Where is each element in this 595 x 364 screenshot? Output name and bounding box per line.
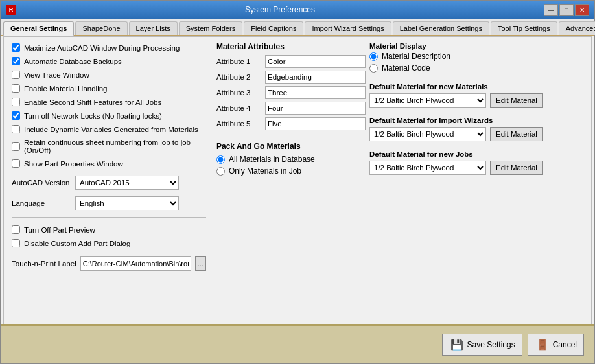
default-material-new-select[interactable]: 1/2 Baltic Birch Plywood: [369, 93, 486, 108]
maximize-button[interactable]: □: [559, 4, 574, 16]
checkbox-customdialog: Disable Custom Add Part Dialog: [12, 238, 206, 249]
touch-print-input[interactable]: [80, 256, 191, 271]
checkbox-customdialog-input[interactable]: [12, 239, 20, 247]
autocad-version-label: AutoCAD Version: [12, 179, 70, 187]
default-material-new-label: Default Material for new Materials: [369, 83, 583, 91]
content-area: Maximize AutoCAD Window During Processin…: [3, 36, 592, 324]
radio-code: Material Code: [369, 63, 583, 73]
attr-row-3: Attribute 3: [216, 86, 359, 99]
tab-tooltip[interactable]: Tool Tip Settings: [491, 21, 557, 35]
tab-label-generation[interactable]: Label Generation Settings: [393, 21, 489, 35]
checkbox-dynamicvars: Include Dynamic Variables Generated from…: [12, 124, 206, 135]
edit-material-import-button[interactable]: Edit Material: [490, 127, 543, 141]
cancel-label: Cancel: [553, 340, 577, 349]
bottom-bar: 💾 Save Settings 🚪 Cancel: [1, 324, 594, 363]
tab-bar: General Settings ShapeDone Layer Lists S…: [1, 19, 594, 36]
attr-input-5[interactable]: [265, 117, 366, 130]
language-row: Language English: [12, 196, 206, 210]
checkbox-autodb-label: Automatic Database Backups: [24, 58, 122, 65]
radio-only-materials-input[interactable]: [216, 167, 225, 176]
tab-field-captions[interactable]: Field Captions: [244, 21, 303, 35]
checkbox-sheetnumbering-input[interactable]: [12, 142, 20, 151]
default-material-jobs-select[interactable]: 1/2 Baltic Birch Plywood: [369, 161, 486, 175]
default-material-import-label: Default Material for Import Wizards: [369, 117, 583, 124]
checkbox-enablematerial-label: Enable Material Handling: [24, 85, 108, 93]
checkbox-sheetnumbering: Retain continuous sheet numbering from j…: [12, 137, 206, 155]
save-settings-button[interactable]: 💾 Save Settings: [442, 334, 522, 356]
edit-material-jobs-button[interactable]: Edit Material: [490, 161, 543, 175]
checkbox-autodb-input[interactable]: [12, 57, 20, 65]
checkbox-enablematerial-input[interactable]: [12, 84, 20, 93]
tab-import-wizard[interactable]: Import Wizard Settings: [305, 21, 391, 35]
attr-label-2: Attribute 2: [216, 73, 265, 81]
checkbox-networklocks-input[interactable]: [12, 111, 20, 120]
edit-material-new-button[interactable]: Edit Material: [490, 93, 543, 108]
default-material-import-row: 1/2 Baltic Birch Plywood Edit Material: [369, 127, 583, 141]
radio-all-materials-input[interactable]: [216, 155, 225, 164]
left-panel: Maximize AutoCAD Window During Processin…: [12, 42, 206, 319]
autocad-version-select[interactable]: AutoCAD 2015: [75, 176, 179, 190]
checkbox-viewtrace: View Trace Window: [12, 69, 206, 80]
language-label: Language: [12, 199, 70, 207]
attr-input-3[interactable]: [265, 86, 366, 99]
checkbox-secondshift-input[interactable]: [12, 98, 20, 106]
checkbox-partpreview-label: Turn Off Part Preview: [24, 226, 95, 234]
tab-system-folders[interactable]: System Folders: [179, 21, 242, 35]
checkbox-sheetnumbering-label: Retain continuous sheet numbering from j…: [24, 139, 206, 154]
tab-general-settings[interactable]: General Settings: [3, 21, 74, 36]
tab-shapedone[interactable]: ShapeDone: [75, 21, 127, 35]
cancel-button[interactable]: 🚪 Cancel: [528, 334, 584, 356]
checkbox-viewtrace-input[interactable]: [12, 71, 20, 79]
attr-label-1: Attribute 1: [216, 58, 265, 65]
window-title: System Preferences: [16, 5, 544, 14]
radio-code-label: Material Code: [382, 63, 430, 73]
material-display-title: Material Display: [369, 42, 583, 50]
checkbox-maximize-input[interactable]: [12, 43, 20, 52]
save-label: Save Settings: [467, 340, 515, 349]
material-display-section: Material Display Material Description Ma…: [369, 42, 583, 75]
checkbox-partpreview: Turn Off Part Preview: [12, 224, 206, 235]
attr-row-4: Attribute 4: [216, 102, 359, 115]
checkbox-dynamicvars-input[interactable]: [12, 125, 20, 133]
material-attributes-title: Material Attributes: [216, 42, 359, 51]
attr-label-3: Attribute 3: [216, 89, 265, 97]
checkbox-dynamicvars-label: Include Dynamic Variables Generated from…: [24, 126, 198, 133]
radio-code-input[interactable]: [369, 64, 378, 73]
touch-print-row: Touch-n-Print Label ...: [12, 256, 206, 271]
minimize-button[interactable]: —: [544, 4, 558, 16]
attr-row-1: Attribute 1: [216, 55, 359, 68]
tab-layer-lists[interactable]: Layer Lists: [129, 21, 178, 35]
cancel-icon: 🚪: [535, 337, 550, 352]
autocad-version-row: AutoCAD Version AutoCAD 2015: [12, 176, 206, 190]
attr-label-5: Attribute 5: [216, 120, 265, 128]
radio-desc-input[interactable]: [369, 52, 378, 61]
right-panel: Material Display Material Description Ma…: [369, 42, 583, 319]
middle-panel: Material Attributes Attribute 1 Attribut…: [216, 42, 359, 319]
pack-and-go-title: Pack And Go Materials: [216, 142, 359, 151]
language-select[interactable]: English: [75, 196, 179, 210]
radio-desc: Material Description: [369, 52, 583, 61]
close-button[interactable]: ✕: [575, 4, 589, 16]
browse-button[interactable]: ...: [195, 256, 207, 271]
radio-only-materials: Only Materials in Job: [216, 166, 359, 176]
checkbox-maximize-label: Maximize AutoCAD Window During Processin…: [24, 44, 180, 52]
attr-input-4[interactable]: [265, 102, 366, 115]
main-area: Maximize AutoCAD Window During Processin…: [4, 37, 591, 324]
default-material-import-select[interactable]: 1/2 Baltic Birch Plywood: [369, 127, 486, 141]
radio-all-materials-label: All Materials in Database: [229, 155, 315, 164]
attr-row-5: Attribute 5: [216, 117, 359, 130]
app-icon: R: [6, 5, 16, 15]
checkbox-partprops-input[interactable]: [12, 159, 20, 168]
tab-advanced[interactable]: Advanced Settings: [559, 21, 595, 35]
default-material-jobs-section: Default Material for new Jobs 1/2 Baltic…: [369, 150, 583, 175]
main-window: R System Preferences — □ ✕ General Setti…: [0, 0, 595, 364]
default-material-new-section: Default Material for new Materials 1/2 B…: [369, 83, 583, 108]
checkbox-partprops-label: Show Part Properties Window: [24, 160, 123, 168]
attr-input-1[interactable]: [265, 55, 366, 68]
default-material-jobs-row: 1/2 Baltic Birch Plywood Edit Material: [369, 161, 583, 175]
checkbox-secondshift-label: Enable Second Shift Features for All Job…: [24, 98, 161, 106]
checkbox-autodb: Automatic Database Backups: [12, 56, 206, 67]
checkbox-partpreview-input[interactable]: [12, 225, 20, 234]
attr-input-2[interactable]: [265, 71, 366, 84]
save-icon: 💾: [449, 337, 465, 352]
